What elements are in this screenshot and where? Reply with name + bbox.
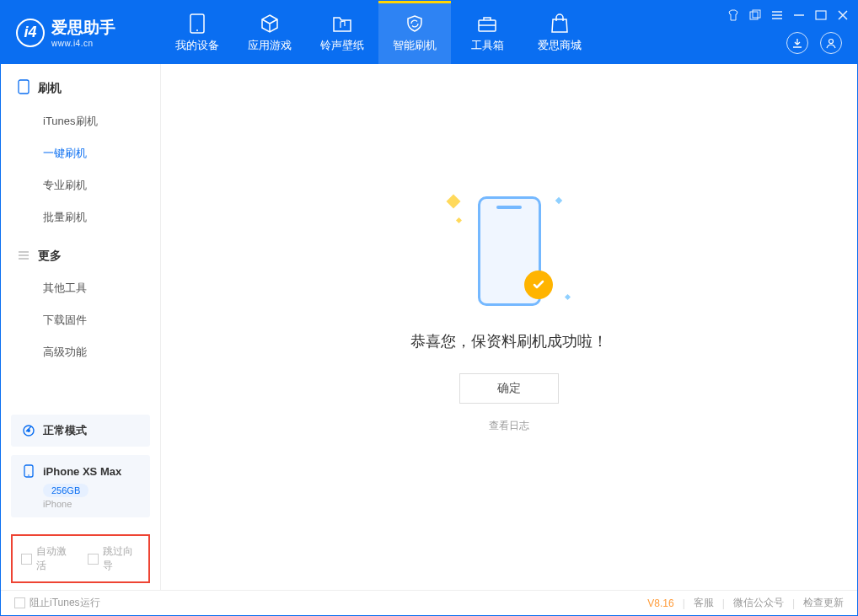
sidebar-item-batch-flash[interactable]: 批量刷机	[1, 201, 160, 233]
svg-point-1	[196, 29, 198, 31]
sidebar-items-flash: iTunes刷机 一键刷机 专业刷机 批量刷机	[1, 105, 160, 233]
checkbox-label: 阻止iTunes运行	[29, 596, 100, 610]
checkbox-label: 自动激活	[36, 544, 74, 573]
device-info-panel[interactable]: iPhone XS Max 256GB iPhone	[11, 455, 150, 517]
sidebar-item-download-firmware[interactable]: 下载固件	[1, 304, 160, 336]
list-icon	[18, 249, 29, 264]
svg-point-6	[829, 40, 834, 44]
separator: |	[722, 597, 725, 609]
logo-area: i4 爱思助手 www.i4.cn	[1, 17, 161, 48]
svg-rect-3	[750, 12, 758, 19]
mode-icon	[21, 423, 36, 438]
nav-apps-games[interactable]: 应用游戏	[233, 1, 306, 64]
app-url: www.i4.cn	[51, 39, 115, 48]
nav-store[interactable]: 爱思商城	[523, 1, 596, 64]
footer-link-support[interactable]: 客服	[694, 596, 714, 610]
refresh-shield-icon	[404, 13, 426, 35]
section-title: 刷机	[38, 81, 62, 96]
body: 刷机 iTunes刷机 一键刷机 专业刷机 批量刷机 更多 其他工具 下载固件 …	[1, 64, 857, 590]
version-label: V8.16	[647, 597, 673, 609]
toolbox-icon	[476, 13, 498, 35]
nav-my-device[interactable]: 我的设备	[161, 1, 233, 64]
device-mode: 正常模式	[43, 423, 87, 438]
sidebar-item-advanced[interactable]: 高级功能	[1, 336, 160, 368]
checkbox-label: 跳过向导	[103, 544, 141, 573]
layers-icon[interactable]	[749, 9, 761, 21]
nav-label: 智能刷机	[393, 38, 437, 53]
phone-icon	[18, 79, 29, 97]
nav-label: 应用游戏	[248, 38, 292, 53]
app-name: 爱思助手	[51, 17, 115, 39]
window-controls	[727, 9, 849, 21]
star-icon	[456, 217, 462, 222]
sidebar: 刷机 iTunes刷机 一键刷机 专业刷机 批量刷机 更多 其他工具 下载固件 …	[1, 64, 161, 590]
header-right	[786, 32, 842, 54]
top-nav: 我的设备 应用游戏 铃声壁纸 智能刷机 工具箱 爱思商城	[161, 1, 596, 64]
checkbox-icon	[21, 554, 32, 565]
checkbox-icon	[88, 554, 99, 565]
checkbox-icon	[14, 597, 25, 608]
footer-link-update[interactable]: 检查更新	[803, 596, 844, 610]
star-icon	[555, 196, 562, 203]
device-mode-panel[interactable]: 正常模式	[11, 415, 150, 447]
sidebar-item-one-click-flash[interactable]: 一键刷机	[1, 137, 160, 169]
success-message: 恭喜您，保资料刷机成功啦！	[410, 331, 608, 351]
section-title: 更多	[38, 249, 62, 264]
device-panels: 正常模式 iPhone XS Max 256GB iPhone	[1, 406, 160, 534]
header: i4 爱思助手 www.i4.cn 我的设备 应用游戏 铃声壁纸 智能刷机 工具…	[1, 1, 857, 64]
footer-right: V8.16 | 客服 | 微信公众号 | 检查更新	[647, 596, 844, 610]
shirt-icon[interactable]	[727, 9, 739, 21]
device-storage-badge: 256GB	[43, 484, 88, 497]
phone-small-icon	[21, 463, 36, 479]
bag-icon	[549, 13, 571, 35]
svg-point-11	[28, 474, 29, 476]
main-content: 恭喜您，保资料刷机成功啦！ 确定 查看日志	[161, 64, 857, 590]
app-logo-icon: i4	[16, 19, 45, 47]
checkbox-block-itunes[interactable]: 阻止iTunes运行	[14, 596, 100, 610]
music-folder-icon	[331, 13, 353, 35]
sidebar-section-flash: 刷机	[1, 64, 160, 105]
nav-label: 工具箱	[471, 38, 504, 53]
star-icon	[565, 293, 571, 299]
separator: |	[792, 597, 795, 609]
nav-label: 铃声壁纸	[320, 38, 364, 53]
device-name: iPhone XS Max	[43, 465, 121, 478]
sidebar-item-other-tools[interactable]: 其他工具	[1, 272, 160, 304]
svg-rect-7	[19, 80, 29, 94]
check-badge-icon	[524, 271, 553, 299]
checkbox-skip-guide[interactable]: 跳过向导	[88, 544, 141, 573]
checkbox-auto-activate[interactable]: 自动激活	[21, 544, 74, 573]
view-log-link[interactable]: 查看日志	[489, 419, 529, 433]
separator: |	[683, 597, 685, 609]
device-icon	[186, 13, 208, 35]
device-type: iPhone	[43, 499, 140, 509]
nav-smart-flash[interactable]: 智能刷机	[378, 1, 451, 64]
nav-ringtones[interactable]: 铃声壁纸	[306, 1, 378, 64]
success-illustration	[442, 188, 576, 314]
cube-icon	[259, 13, 281, 35]
ok-button[interactable]: 确定	[459, 373, 559, 404]
nav-label: 爱思商城	[538, 38, 582, 53]
maximize-icon[interactable]	[815, 9, 827, 21]
nav-label: 我的设备	[175, 38, 219, 53]
sidebar-item-pro-flash[interactable]: 专业刷机	[1, 169, 160, 201]
options-highlight-box: 自动激活 跳过向导	[11, 534, 150, 583]
star-icon	[447, 194, 461, 208]
svg-rect-4	[753, 10, 760, 18]
user-button[interactable]	[820, 32, 842, 54]
close-icon[interactable]	[837, 9, 849, 21]
minimize-icon[interactable]	[793, 9, 805, 21]
sidebar-items-more: 其他工具 下载固件 高级功能	[1, 272, 160, 368]
logo-text: 爱思助手 www.i4.cn	[51, 17, 115, 48]
sidebar-item-itunes-flash[interactable]: iTunes刷机	[1, 105, 160, 137]
download-button[interactable]	[786, 32, 808, 54]
sidebar-section-more: 更多	[1, 233, 160, 272]
svg-rect-5	[816, 11, 826, 19]
footer: 阻止iTunes运行 V8.16 | 客服 | 微信公众号 | 检查更新	[1, 590, 857, 615]
footer-link-wechat[interactable]: 微信公众号	[733, 596, 784, 610]
nav-toolbox[interactable]: 工具箱	[451, 1, 523, 64]
menu-icon[interactable]	[771, 9, 783, 21]
